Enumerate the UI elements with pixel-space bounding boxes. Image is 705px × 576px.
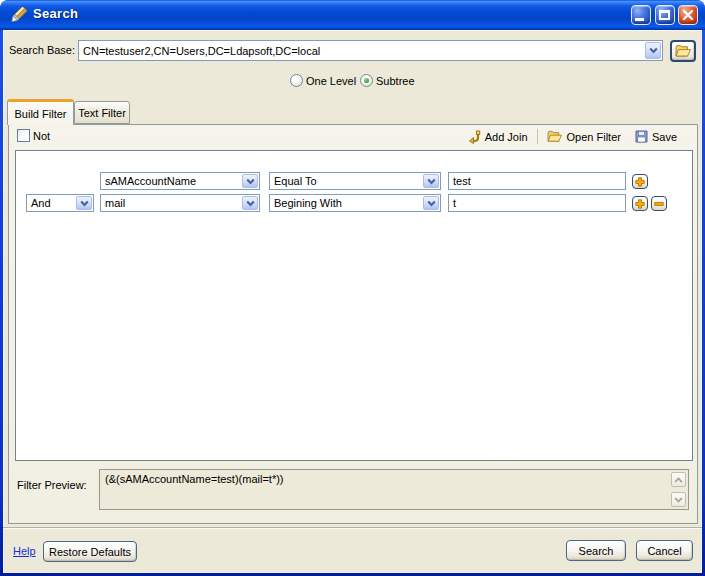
search-dialog-icon [10, 7, 27, 24]
search-dialog-window: Search Search Base: CN=testuser2,CN=User… [0, 0, 705, 576]
not-label: Not [33, 130, 50, 142]
minimize-button[interactable] [631, 5, 651, 25]
open-folder-icon [547, 130, 563, 143]
plus-icon [635, 199, 645, 209]
row1-value-text: test [453, 175, 471, 187]
row1-condition-combobox[interactable]: Equal To [269, 172, 441, 190]
row2-value-text: t [453, 197, 456, 209]
cancel-button-label: Cancel [647, 545, 681, 557]
row2-boolean-value: And [31, 197, 51, 209]
row1-attribute-value: sAMAccountName [105, 175, 196, 187]
tab-text-filter-label: Text Filter [78, 107, 126, 119]
search-base-label: Search Base: [9, 44, 75, 56]
filter-preview-textarea[interactable]: (&(sAMAccountName=test)(mail=t*)) [99, 469, 689, 510]
minimize-icon [635, 18, 644, 21]
open-filter-label: Open Filter [567, 131, 621, 143]
add-join-icon [467, 130, 481, 144]
chevron-down-icon [246, 200, 255, 207]
tab-build-filter[interactable]: Build Filter [7, 99, 74, 125]
minus-icon [654, 199, 664, 209]
row2-add-row-button[interactable] [632, 196, 648, 211]
subtree-radio[interactable] [360, 74, 373, 87]
filter-preview-value: (&(sAMAccountName=test)(mail=t*)) [105, 473, 284, 485]
close-icon [679, 6, 697, 24]
chevron-down-icon [649, 47, 658, 54]
search-base-value: CN=testuser2,CN=Users,DC=Ldapsoft,DC=loc… [83, 45, 320, 57]
preview-scroll-down-button[interactable] [671, 492, 686, 507]
one-level-label: One Level [306, 75, 356, 87]
subtree-label: Subtree [376, 75, 415, 87]
search-button[interactable]: Search [566, 540, 626, 561]
search-base-dropdown-button[interactable] [645, 42, 661, 59]
window-title: Search [33, 6, 78, 21]
open-filter-button[interactable]: Open Filter [547, 130, 621, 143]
save-label: Save [652, 131, 677, 143]
save-button[interactable]: Save [635, 130, 677, 143]
tab-build-filter-label: Build Filter [15, 108, 67, 120]
search-button-label: Search [579, 545, 614, 557]
filter-preview-label: Filter Preview: [17, 479, 87, 491]
open-folder-icon [675, 44, 692, 58]
maximize-button[interactable] [655, 5, 675, 25]
radio-selected-dot [364, 78, 369, 83]
dialog-client-area: Search Base: CN=testuser2,CN=Users,DC=Ld… [3, 30, 702, 573]
close-button[interactable] [678, 5, 698, 25]
build-filter-tab-panel: Not Add Join Open Filter [8, 124, 698, 524]
not-checkbox[interactable] [17, 129, 30, 142]
browse-search-base-button[interactable] [670, 40, 696, 62]
row1-condition-dropdown-button[interactable] [423, 174, 439, 188]
one-level-radio[interactable] [290, 74, 303, 87]
row1-attribute-combobox[interactable]: sAMAccountName [100, 172, 260, 190]
row2-condition-value: Begining With [274, 197, 342, 209]
chevron-down-icon [674, 497, 683, 503]
add-join-label: Add Join [485, 131, 528, 143]
footer-separator [3, 527, 702, 529]
restore-defaults-button[interactable]: Restore Defaults [43, 541, 137, 562]
chevron-down-icon [427, 200, 436, 207]
row2-value-input[interactable]: t [448, 194, 626, 212]
search-base-combobox[interactable]: CN=testuser2,CN=Users,DC=Ldapsoft,DC=loc… [78, 40, 663, 61]
row2-remove-row-button[interactable] [651, 196, 667, 211]
maximize-icon [659, 10, 670, 20]
toolbar-separator [537, 129, 538, 144]
tab-text-filter[interactable]: Text Filter [74, 101, 130, 124]
row2-boolean-dropdown-button[interactable] [76, 196, 92, 210]
row2-attribute-value: mail [105, 197, 125, 209]
row2-condition-combobox[interactable]: Begining With [269, 194, 441, 212]
title-bar[interactable]: Search [0, 0, 705, 30]
preview-scroll-up-button[interactable] [671, 472, 686, 487]
row1-add-row-button[interactable] [632, 174, 648, 189]
help-link[interactable]: Help [13, 545, 36, 557]
row1-attribute-dropdown-button[interactable] [242, 174, 258, 188]
plus-icon [635, 177, 645, 187]
chevron-down-icon [427, 178, 436, 185]
chevron-down-icon [246, 178, 255, 185]
chevron-down-icon [80, 200, 89, 207]
chevron-up-icon [674, 477, 683, 483]
filter-toolbar: Add Join Open Filter Save [467, 128, 677, 145]
row2-attribute-dropdown-button[interactable] [242, 196, 258, 210]
save-disk-icon [635, 130, 648, 143]
row1-condition-value: Equal To [274, 175, 317, 187]
row2-condition-dropdown-button[interactable] [423, 196, 439, 210]
cancel-button[interactable]: Cancel [636, 540, 693, 561]
row2-boolean-combobox[interactable]: And [26, 194, 94, 212]
row2-attribute-combobox[interactable]: mail [100, 194, 260, 212]
row1-value-input[interactable]: test [448, 172, 626, 190]
add-join-button[interactable]: Add Join [467, 130, 528, 144]
restore-defaults-label: Restore Defaults [49, 546, 131, 558]
filter-rows-panel: sAMAccountName Equal To test And [15, 150, 693, 461]
